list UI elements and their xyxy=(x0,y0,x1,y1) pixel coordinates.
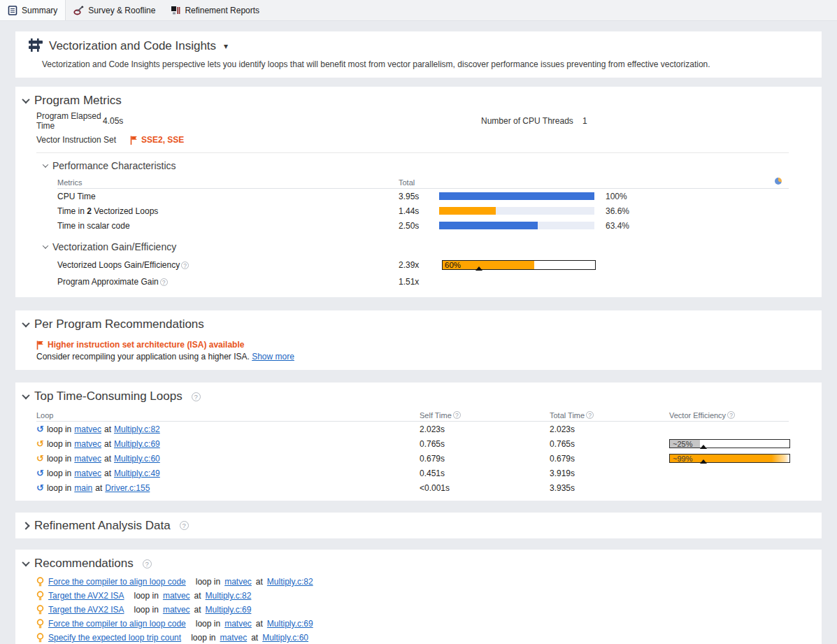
program-metrics-heading: Program Metrics xyxy=(34,94,122,108)
tab-survey-roofline[interactable]: Survey & Roofline xyxy=(66,0,163,20)
gain-value: 2.39x xyxy=(399,260,441,270)
function-link[interactable]: matvec xyxy=(220,633,248,643)
gauge-label: 60% xyxy=(445,261,461,270)
lightbulb-icon xyxy=(36,619,44,629)
gain-value: 1.51x xyxy=(399,277,441,287)
help-icon[interactable]: ? xyxy=(181,262,189,269)
collapse-chevron-icon[interactable] xyxy=(22,320,29,327)
collapse-chevron-icon[interactable] xyxy=(22,559,29,566)
list-item: Target the AVX2 ISA loop in matvec at Mu… xyxy=(36,589,822,603)
function-link[interactable]: matvec xyxy=(74,424,101,434)
total-time-value: 3.919s xyxy=(550,468,669,478)
per-program-recommendations-heading: Per Program Recommendations xyxy=(34,317,204,331)
recommendation-link[interactable]: Force the compiler to align loop code xyxy=(48,619,186,629)
source-location-link[interactable]: Multiply.c:82 xyxy=(114,424,160,434)
cpu-threads-value: 1 xyxy=(582,116,587,126)
function-link[interactable]: matvec xyxy=(163,605,190,615)
function-link[interactable]: matvec xyxy=(74,439,101,449)
vectorized-loop-icon: ↺ xyxy=(36,454,44,463)
vector-efficiency-bar: ~99% xyxy=(669,454,790,463)
percent-label: 63.4% xyxy=(600,221,822,231)
performance-characteristics-heading: Performance Characteristics xyxy=(52,160,176,171)
collapse-chevron-icon[interactable] xyxy=(22,96,29,103)
efficiency-gauge: 60% xyxy=(442,260,596,270)
help-icon[interactable]: ? xyxy=(180,521,189,530)
metric-bar xyxy=(439,192,594,200)
tab-refinement-reports[interactable]: Refinement Reports xyxy=(163,0,267,20)
pie-chart-icon[interactable] xyxy=(775,178,782,185)
isa-recommendation-title: Higher instruction set architecture (ISA… xyxy=(48,340,244,350)
tab-survey-label: Survey & Roofline xyxy=(88,6,155,15)
summary-report-icon xyxy=(8,6,17,15)
show-more-link[interactable]: Show more xyxy=(252,352,294,362)
recommendation-link[interactable]: Target the AVX2 ISA xyxy=(48,591,124,601)
total-time-value: 0.765s xyxy=(550,439,669,449)
recommendation-link[interactable]: Specify the expected loop trip count xyxy=(48,633,181,643)
help-icon[interactable]: ? xyxy=(727,411,735,419)
collapse-chevron-icon[interactable] xyxy=(43,162,48,167)
function-link[interactable]: matvec xyxy=(224,577,252,587)
expand-chevron-icon[interactable] xyxy=(22,522,29,529)
isa-recommendation-body: Consider recompiling your application us… xyxy=(36,352,250,362)
total-value: 2.50s xyxy=(399,221,439,231)
function-link[interactable]: matvec xyxy=(224,619,252,629)
total-time-value: 0.679s xyxy=(550,454,669,464)
source-location-link[interactable]: Multiply.c:82 xyxy=(206,591,252,601)
total-value: 3.95s xyxy=(399,192,439,201)
vectorized-loop-icon: ↺ xyxy=(36,439,44,448)
total-value: 1.44s xyxy=(399,206,439,216)
table-row: ↺ loop in matvec at Multiply.c:60 0.679s… xyxy=(36,451,822,466)
help-icon[interactable]: ? xyxy=(160,278,168,286)
help-icon[interactable]: ? xyxy=(143,559,152,568)
function-link[interactable]: matvec xyxy=(163,591,190,601)
tab-summary[interactable]: Summary xyxy=(0,0,66,20)
source-location-link[interactable]: Multiply.c:82 xyxy=(267,577,313,587)
help-icon[interactable]: ? xyxy=(192,392,201,401)
recommendations-panel: Recommendations ? Force the compiler to … xyxy=(15,550,822,644)
function-link[interactable]: matvec xyxy=(74,468,101,478)
help-icon[interactable]: ? xyxy=(586,411,594,419)
source-location-link[interactable]: Multiply.c:69 xyxy=(206,605,252,615)
table-row: ↺ loop in matvec at Multiply.c:69 0.765s… xyxy=(36,436,822,451)
cpu-threads-label: Number of CPU Threads xyxy=(481,116,582,126)
top-loops-heading: Top Time-Consuming Loops xyxy=(34,389,183,403)
refinement-reports-icon xyxy=(171,6,180,15)
vectorization-gain-heading: Vectorization Gain/Efficiency xyxy=(52,241,176,252)
recommendations-heading: Recommendations xyxy=(34,557,134,571)
collapse-chevron-icon[interactable] xyxy=(43,243,48,248)
help-icon[interactable]: ? xyxy=(453,411,461,419)
recommendation-link[interactable]: Target the AVX2 ISA xyxy=(48,605,124,615)
gauge-marker-icon xyxy=(475,266,482,271)
collapse-chevron-icon[interactable] xyxy=(22,392,29,399)
col-self-time: Self Time xyxy=(420,411,452,420)
list-item: Force the compiler to align loop code lo… xyxy=(36,575,822,589)
refinement-analysis-panel: Refinement Analysis Data ? xyxy=(15,513,822,538)
source-location-link[interactable]: Driver.c:155 xyxy=(105,483,150,493)
source-location-link[interactable]: Multiply.c:69 xyxy=(267,619,313,629)
program-metrics-panel: Program Metrics Program Elapsed Time 4.0… xyxy=(15,87,822,297)
lightbulb-icon xyxy=(36,605,44,615)
source-location-link[interactable]: Multiply.c:69 xyxy=(114,439,160,449)
elapsed-time-value: 4.05s xyxy=(103,116,123,126)
total-time-value: 3.935s xyxy=(550,483,669,493)
table-row: ↺ loop in matvec at Multiply.c:82 2.023s… xyxy=(36,422,822,436)
recommendation-link[interactable]: Force the compiler to align loop code xyxy=(48,577,186,587)
metrics-table-header: Metrics Total xyxy=(57,176,789,189)
col-total-time: Total Time xyxy=(550,411,585,420)
source-location-link[interactable]: Multiply.c:49 xyxy=(114,468,160,478)
lightbulb-icon xyxy=(36,591,44,601)
scalar-loop-icon: ↺ xyxy=(36,468,44,478)
table-row: Time in scalar code 2.50s 63.4% xyxy=(57,218,822,233)
col-loop: Loop xyxy=(36,411,420,420)
lightbulb-icon xyxy=(36,577,44,587)
scalar-loop-icon: ↺ xyxy=(36,424,44,434)
source-location-link[interactable]: Multiply.c:60 xyxy=(262,633,308,643)
chevron-down-icon[interactable]: ▾ xyxy=(224,41,228,51)
function-link[interactable]: main xyxy=(74,483,92,493)
table-row: Vectorized Loops Gain/Efficiency? 2.39x … xyxy=(57,257,822,273)
self-time-value: 2.023s xyxy=(420,424,550,434)
list-item: Target the AVX2 ISA loop in matvec at Mu… xyxy=(36,603,822,617)
vector-efficiency-bar: ~25% xyxy=(669,439,790,448)
source-location-link[interactable]: Multiply.c:60 xyxy=(114,454,160,464)
function-link[interactable]: matvec xyxy=(74,454,101,464)
